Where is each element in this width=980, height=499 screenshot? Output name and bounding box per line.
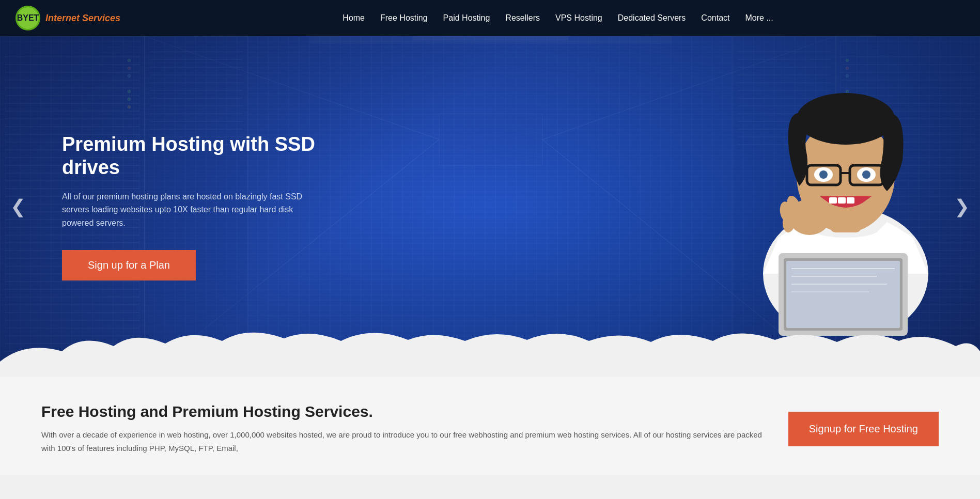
below-hero-text: Free Hosting and Premium Hosting Service…: [41, 403, 768, 455]
nav-resellers[interactable]: Resellers: [505, 13, 540, 23]
logo[interactable]: BYET Internet Services: [15, 6, 120, 30]
hero-section: Premium Hosting with SSD drives All of o…: [0, 36, 980, 377]
carousel-next-button[interactable]: ❯: [949, 192, 975, 221]
logo-text: Internet Services: [45, 13, 120, 24]
nav-links: Home Free Hosting Paid Hosting Resellers…: [151, 13, 965, 23]
hero-content: Premium Hosting with SSD drives All of o…: [0, 133, 320, 281]
svg-point-138: [819, 170, 828, 179]
below-hero-description: With over a decade of experience in web …: [41, 428, 768, 455]
svg-rect-142: [847, 197, 854, 204]
logo-icon: BYET: [15, 6, 40, 30]
svg-rect-141: [838, 197, 846, 204]
signup-free-button[interactable]: Signup for Free Hosting: [788, 412, 939, 446]
person-svg: [711, 57, 980, 336]
nav-paid-hosting[interactable]: Paid Hosting: [443, 13, 490, 23]
hero-person-image: [711, 57, 980, 336]
svg-rect-149: [786, 261, 900, 328]
hero-title: Premium Hosting with SSD drives: [62, 133, 320, 180]
signup-plan-button[interactable]: Sign up for a Plan: [62, 250, 196, 280]
nav-more[interactable]: More ...: [745, 13, 773, 23]
nav-free-hosting[interactable]: Free Hosting: [380, 13, 428, 23]
below-hero-section: Free Hosting and Premium Hosting Service…: [0, 377, 980, 475]
nav-dedicated[interactable]: Dedicated Servers: [618, 13, 686, 23]
navbar: BYET Internet Services Home Free Hosting…: [0, 0, 980, 36]
svg-point-139: [862, 170, 870, 179]
nav-vps[interactable]: VPS Hosting: [555, 13, 602, 23]
below-hero-title: Free Hosting and Premium Hosting Service…: [41, 403, 768, 420]
hero-description: All of our premium hosting plans are hos…: [62, 190, 320, 230]
carousel-prev-button[interactable]: ❮: [5, 192, 31, 221]
nav-home[interactable]: Home: [343, 13, 365, 23]
svg-rect-140: [829, 197, 837, 204]
hero-clouds: [0, 325, 980, 377]
nav-contact[interactable]: Contact: [701, 13, 729, 23]
